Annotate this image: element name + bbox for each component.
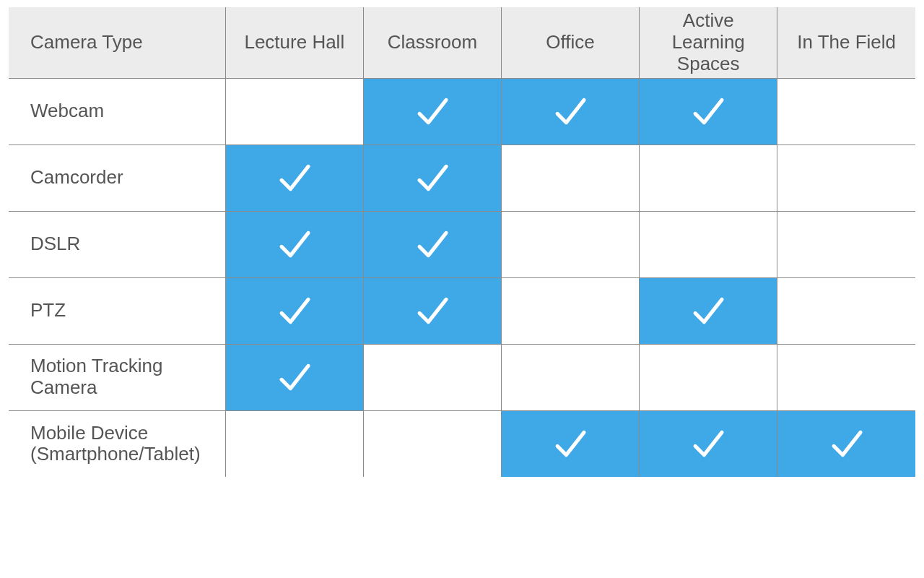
matrix-cell xyxy=(502,277,640,344)
matrix-cell xyxy=(777,78,915,144)
matrix-cell-checked xyxy=(640,277,777,344)
matrix-cell xyxy=(502,344,640,410)
col-header: Office xyxy=(502,7,640,78)
table-row: Mobile Device(Smartphone/Tablet) xyxy=(9,410,915,477)
matrix-cell xyxy=(363,410,501,477)
check-icon xyxy=(640,290,777,331)
check-icon xyxy=(226,357,363,397)
check-icon xyxy=(226,158,363,198)
check-icon xyxy=(226,290,363,331)
matrix-cell xyxy=(363,344,501,410)
matrix-cell-checked xyxy=(363,144,501,211)
matrix-cell xyxy=(640,344,777,410)
matrix-cell xyxy=(777,144,915,211)
col-header: Active LearningSpaces xyxy=(640,7,777,78)
matrix-cell-checked xyxy=(502,410,640,477)
check-icon xyxy=(364,158,501,198)
check-icon xyxy=(502,91,639,131)
matrix-cell xyxy=(640,211,777,277)
matrix-cell-checked xyxy=(225,144,363,211)
matrix-cell-checked xyxy=(363,211,501,277)
header-row: Camera Type Lecture Hall Classroom Offic… xyxy=(9,7,915,78)
table-row: Camcorder xyxy=(9,144,915,211)
matrix-cell xyxy=(777,211,915,277)
matrix-cell-checked xyxy=(363,78,501,144)
corner-header: Camera Type xyxy=(9,7,225,78)
matrix-cell-checked xyxy=(225,277,363,344)
check-icon xyxy=(502,423,639,464)
matrix-cell xyxy=(502,144,640,211)
matrix-cell xyxy=(502,211,640,277)
table-row: PTZ xyxy=(9,277,915,344)
matrix-cell xyxy=(777,277,915,344)
table-row: Webcam xyxy=(9,78,915,144)
matrix-cell-checked xyxy=(502,78,640,144)
check-icon xyxy=(364,91,501,131)
table-row: Motion TrackingCamera xyxy=(9,344,915,410)
matrix-cell-checked xyxy=(640,410,777,477)
col-header: Lecture Hall xyxy=(225,7,363,78)
matrix-cell-checked xyxy=(363,277,501,344)
matrix-cell-checked xyxy=(225,344,363,410)
check-icon xyxy=(640,423,777,464)
row-header: Camcorder xyxy=(9,144,225,211)
matrix-cell xyxy=(777,344,915,410)
matrix-cell xyxy=(640,144,777,211)
check-icon xyxy=(226,224,363,264)
row-header: Webcam xyxy=(9,78,225,144)
row-header: DSLR xyxy=(9,211,225,277)
row-header: PTZ xyxy=(9,277,225,344)
matrix-cell xyxy=(225,410,363,477)
check-icon xyxy=(777,423,915,464)
col-header: In The Field xyxy=(777,7,915,78)
matrix-cell xyxy=(225,78,363,144)
check-icon xyxy=(640,91,777,131)
camera-type-matrix: Camera Type Lecture Hall Classroom Offic… xyxy=(9,7,915,477)
check-icon xyxy=(364,290,501,331)
row-header: Mobile Device(Smartphone/Tablet) xyxy=(9,410,225,477)
row-header: Motion TrackingCamera xyxy=(9,344,225,410)
matrix-cell-checked xyxy=(225,211,363,277)
check-icon xyxy=(364,224,501,264)
matrix-cell-checked xyxy=(640,78,777,144)
col-header: Classroom xyxy=(363,7,501,78)
matrix-cell-checked xyxy=(777,410,915,477)
table-row: DSLR xyxy=(9,211,915,277)
